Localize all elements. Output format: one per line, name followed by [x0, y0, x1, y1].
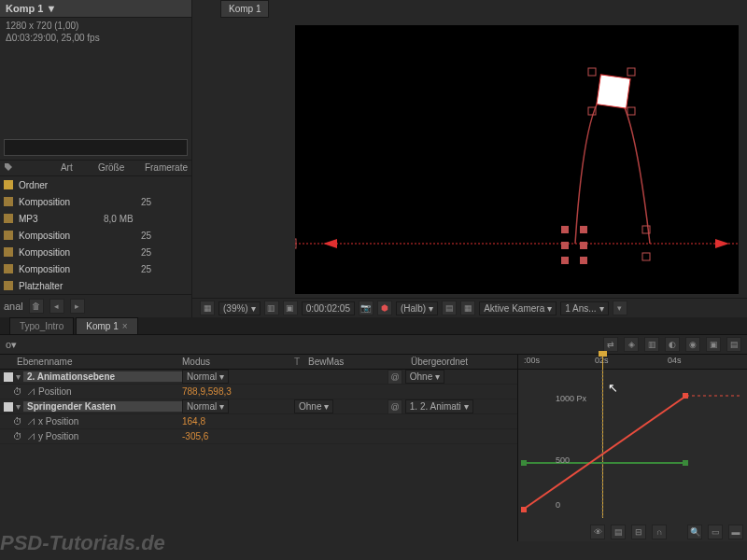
project-header: Art Größe Framerate: [0, 160, 191, 176]
layer-row-2[interactable]: ▾Springender Kasten Normal ▾ Ohne ▾ @ 1.…: [0, 399, 517, 414]
col-parent[interactable]: Übergeordnet: [411, 357, 468, 367]
item-name: Platzhalter: [19, 281, 104, 291]
layer2-y-row[interactable]: ⏱⩘y Position -305,6: [0, 429, 517, 444]
tool-3d-icon[interactable]: ◈: [624, 337, 639, 352]
trans-grid-icon[interactable]: ▦: [460, 301, 475, 315]
tab-komp1[interactable]: Komp 1×: [76, 317, 137, 334]
graph-type-icon[interactable]: ▤: [611, 525, 626, 539]
prop-value[interactable]: 788,9,598,3: [182, 386, 294, 397]
layer-name[interactable]: 2. Animationsebene: [23, 371, 182, 382]
trkmat-dropdown[interactable]: Ohne ▾: [294, 399, 333, 413]
col-mode[interactable]: Modus: [182, 357, 294, 367]
col-layername[interactable]: Ebenenname: [0, 357, 182, 367]
tool-motion-blur-icon[interactable]: ◐: [665, 337, 680, 352]
graph-editor[interactable]: :00s 02s 04s ↖ 1000 Px 500 0 👁 ▤ ⊟: [517, 355, 747, 541]
layout-icon[interactable]: ▥: [264, 301, 279, 315]
parent-dropdown[interactable]: 1. 2. Animati ▾: [405, 399, 473, 413]
trash-icon[interactable]: 🗑: [29, 299, 44, 314]
twirl-icon[interactable]: ▾: [16, 371, 21, 382]
time-ruler[interactable]: :00s 02s 04s ↖: [518, 355, 747, 370]
comp-info: 1280 x 720 (1,00) Δ0:03:29:00, 25,00 fps: [0, 18, 191, 49]
more-icon[interactable]: ▾: [613, 301, 627, 315]
project-row[interactable]: Komposition25: [0, 227, 191, 244]
stopwatch-icon[interactable]: ⏱: [13, 386, 23, 397]
stopwatch-icon[interactable]: ⏱: [13, 416, 23, 427]
tool-shy-icon[interactable]: ⇄: [603, 337, 618, 352]
close-icon[interactable]: ×: [122, 321, 128, 331]
layer-name[interactable]: Springender Kasten: [23, 401, 182, 412]
zoom-dropdown[interactable]: (39%) ▾: [218, 301, 261, 315]
color-swatch[interactable]: [4, 372, 13, 382]
camera-dropdown[interactable]: Aktive Kamera ▾: [479, 301, 557, 315]
y-tick-1000: 1000 Px: [556, 394, 586, 403]
views-dropdown[interactable]: 1 Ans... ▾: [560, 301, 608, 315]
viewer-tab[interactable]: Komp 1: [220, 0, 269, 18]
col-size[interactable]: Größe: [98, 162, 145, 174]
project-footer: anal 🗑 ◂ ▸: [0, 294, 191, 317]
next-icon[interactable]: ▸: [70, 299, 85, 314]
quality-dropdown[interactable]: (Halb) ▾: [396, 301, 438, 315]
graph-icon[interactable]: ⩘: [26, 416, 35, 427]
prop-value[interactable]: 164,8: [182, 416, 294, 427]
col-trkmat[interactable]: BewMas: [308, 357, 411, 367]
search-input[interactable]: o▾: [6, 339, 17, 351]
project-row[interactable]: MP38,0 MB: [0, 210, 191, 227]
twirl-icon[interactable]: ▾: [16, 401, 21, 412]
motion-path: [295, 25, 739, 287]
project-search-input[interactable]: [4, 139, 188, 156]
item-fps: 25: [141, 197, 188, 207]
svg-rect-8: [627, 107, 635, 115]
tool-brainstorm-icon[interactable]: ▣: [706, 337, 721, 352]
timecode-display[interactable]: 0:00:02:05: [302, 301, 355, 315]
value-graph: [518, 370, 747, 519]
col-type[interactable]: Art: [61, 162, 98, 174]
pickwhip-icon[interactable]: @: [388, 370, 402, 385]
tool-render-icon[interactable]: ▤: [726, 337, 741, 352]
color-swatch[interactable]: [4, 402, 13, 412]
snapshot-icon[interactable]: 📷: [359, 301, 374, 315]
item-name: Komposition: [19, 197, 104, 207]
parent-dropdown[interactable]: Ohne ▾: [405, 370, 444, 384]
svg-rect-9: [561, 226, 569, 233]
tab-typo-intro[interactable]: Typo_Intro: [9, 317, 74, 334]
fit-all-icon[interactable]: ▭: [708, 525, 723, 539]
mode-dropdown[interactable]: Normal ▾: [182, 399, 229, 413]
project-row[interactable]: Komposition25: [0, 244, 191, 260]
comp-title-bar[interactable]: Komp 1 ▼: [0, 0, 191, 18]
grid-icon[interactable]: ▦: [200, 301, 215, 315]
col-fps[interactable]: Framerate: [145, 162, 188, 174]
prev-icon[interactable]: ◂: [49, 299, 64, 314]
pickwhip-icon[interactable]: @: [388, 399, 402, 414]
y-tick-500: 500: [556, 455, 570, 465]
svg-rect-10: [580, 226, 587, 233]
project-row[interactable]: Platzhalter: [0, 277, 191, 294]
channel-icon[interactable]: ⬢: [377, 301, 392, 315]
graph-icon[interactable]: ⩘: [26, 386, 35, 397]
layer2-x-row[interactable]: ⏱⩘x Position 164,8: [0, 414, 517, 429]
layer1-position-row[interactable]: ⏱⩘Position 788,9,598,3: [0, 385, 517, 399]
comp-title: Komp 1 ▼: [6, 3, 56, 14]
mode-dropdown[interactable]: Normal ▾: [182, 370, 229, 384]
stopwatch-icon[interactable]: ⏱: [13, 431, 23, 441]
fit-icon[interactable]: 🔍: [687, 525, 702, 539]
audio-icon[interactable]: ∩: [652, 525, 667, 539]
snap-icon[interactable]: ⊟: [631, 525, 646, 539]
eye-icon[interactable]: 👁: [590, 525, 605, 539]
viewer-canvas[interactable]: [295, 25, 739, 294]
project-row[interactable]: Komposition25: [0, 260, 191, 277]
layer-row-1[interactable]: ▾2. Animationsebene Normal ▾ @ Ohne ▾: [0, 370, 517, 385]
roi-icon[interactable]: ▤: [442, 301, 457, 315]
graph-icon[interactable]: ⩘: [26, 431, 35, 441]
project-row[interactable]: Ordner: [0, 176, 191, 193]
svg-rect-12: [580, 242, 587, 249]
tool-graph-icon[interactable]: ◉: [685, 337, 700, 352]
tool-frame-blend-icon[interactable]: ▥: [644, 337, 659, 352]
project-row[interactable]: Komposition25: [0, 193, 191, 210]
fit-sel-icon[interactable]: ▬: [728, 525, 743, 539]
comp-duration: Δ0:03:29:00, 25,00 fps: [6, 32, 186, 44]
svg-marker-2: [715, 239, 729, 248]
mask-icon[interactable]: ▣: [283, 301, 298, 315]
prop-value[interactable]: -305,6: [182, 431, 294, 441]
tick-4: 04s: [668, 356, 682, 365]
color-swatch: [4, 247, 13, 257]
